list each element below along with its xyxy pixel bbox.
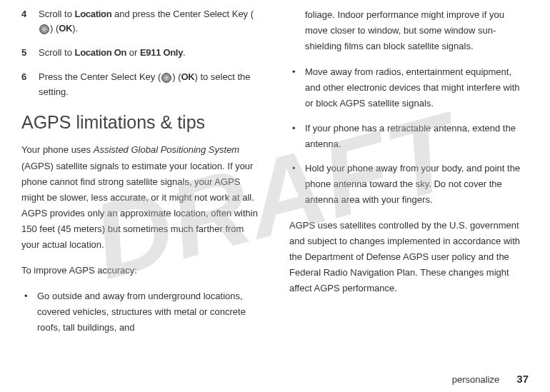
text: and press the Center Select Key (: [111, 9, 254, 19]
step-6: 6 Press the Center Select Key () (OK) to…: [21, 70, 261, 99]
text: (AGPS) satellite signals to estimate you…: [21, 161, 258, 250]
list-item: If your phone has a retractable antenna,…: [305, 121, 529, 152]
step-number: 6: [21, 70, 39, 99]
italic-text: Assisted Global Positioning System: [94, 144, 239, 155]
text: Scroll to: [39, 9, 75, 19]
step-number: 5: [21, 46, 39, 60]
intro-paragraph: Your phone uses Assisted Global Position…: [21, 142, 261, 253]
step-5: 5 Scroll to Location On or E911 Only.: [21, 46, 261, 60]
text: Press the Center Select Key (: [39, 71, 161, 82]
step-text: Scroll to Location On or E911 Only.: [39, 46, 261, 60]
list-item: Move away from radios, entertainment equ…: [305, 64, 529, 111]
center-select-key-icon: [161, 73, 171, 83]
text: ).: [72, 23, 78, 34]
step-text: Press the Center Select Key () (OK) to s…: [39, 70, 261, 99]
step-4: 4 Scroll to Location and press the Cente…: [21, 7, 261, 36]
improve-intro: To improve AGPS accuracy:: [21, 263, 261, 278]
text: .: [183, 47, 186, 58]
step-text: Scroll to Location and press the Center …: [39, 7, 261, 36]
bold-text: Location: [75, 9, 112, 19]
right-column: foliage. Indoor performance might improv…: [289, 7, 529, 346]
text: Your phone uses: [21, 144, 94, 155]
list-item: Go outside and away from underground loc…: [37, 288, 261, 336]
bullet-list-right: Move away from radios, entertainment equ…: [289, 64, 529, 208]
section-heading: AGPS limitations & tips: [21, 112, 261, 133]
closing-paragraph: AGPS uses satellites controlled by the U…: [289, 218, 529, 296]
text: ) (: [172, 71, 181, 82]
continuation-text: foliage. Indoor performance might improv…: [289, 7, 529, 54]
bullet-list-left: Go outside and away from underground loc…: [21, 288, 261, 336]
left-column: 4 Scroll to Location and press the Cente…: [21, 7, 261, 346]
bold-text: E911 Only: [140, 47, 183, 58]
text: Scroll to: [39, 47, 75, 58]
bold-text: Location On: [75, 47, 127, 58]
page-footer: personalize 37: [452, 373, 529, 385]
bold-text: OK: [59, 23, 72, 34]
bold-text: OK: [181, 71, 195, 82]
text: or: [126, 47, 140, 58]
list-item: Hold your phone away from your body, and…: [305, 161, 529, 208]
page-content: 4 Scroll to Location and press the Cente…: [0, 0, 550, 353]
text: ) (: [50, 23, 59, 34]
step-number: 4: [21, 7, 39, 36]
page-number: 37: [516, 373, 529, 385]
center-select-key-icon: [39, 24, 49, 34]
footer-section-label: personalize: [452, 374, 500, 385]
